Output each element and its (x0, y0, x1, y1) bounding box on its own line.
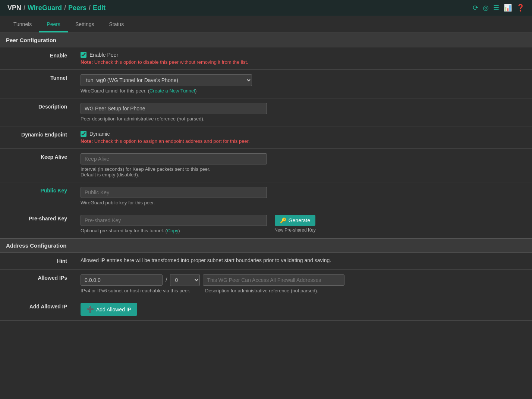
breadcrumb-wireguard[interactable]: WireGuard (28, 4, 62, 12)
create-tunnel-link[interactable]: Create a New Tunnel (149, 88, 195, 94)
tab-tunnels[interactable]: Tunnels (6, 16, 39, 32)
keep-alive-label: Keep Alive (0, 149, 75, 182)
allowed-ips-help: IPv4 or IPv6 subnet or host reachable vi… (81, 288, 526, 293)
tunnel-label: Tunnel (0, 70, 75, 98)
header-icons: ⟳ ◎ ☰ 📊 ❓ (473, 4, 525, 12)
keep-alive-help: Interval (in seconds) for Keep Alive pac… (81, 166, 526, 177)
new-preshared-label: New Pre-shared Key (274, 227, 316, 233)
key-icon: 🔑 (280, 217, 286, 223)
enable-note: Note: Uncheck this option to disable thi… (81, 59, 526, 65)
add-allowed-ip-label: Add Allowed IP (0, 298, 75, 321)
allowed-ips-help-text: IPv4 or IPv6 subnet or host reachable vi… (81, 288, 190, 293)
tab-settings[interactable]: Settings (68, 16, 102, 32)
breadcrumb-edit[interactable]: Edit (93, 4, 106, 12)
add-allowed-ip-content: ➕ Add Allowed IP (75, 298, 532, 321)
preshared-row-inner: Optional pre-shared key for this tunnel.… (81, 215, 526, 233)
preshared-help-text: Optional pre-shared key for this tunnel.… (81, 228, 167, 233)
public-key-row: Public Key WireGuard public key for this… (0, 182, 532, 210)
keep-alive-row: Keep Alive Interval (in seconds) for Kee… (0, 149, 532, 182)
dynamic-note-prefix: Note: (81, 138, 93, 144)
description-row: Description Peer description for adminis… (0, 98, 532, 126)
description-label: Description (0, 98, 75, 126)
enable-row: Enable Enable Peer Note: Uncheck this op… (0, 47, 532, 70)
preshared-help-suffix: ) (178, 228, 180, 233)
peer-config-header: Peer Configuration (0, 33, 532, 47)
add-allowed-ip-row: Add Allowed IP ➕ Add Allowed IP (0, 298, 532, 321)
public-key-input[interactable] (81, 187, 267, 198)
dynamic-note-text: Uncheck this option to assign an endpoin… (94, 138, 250, 144)
dynamic-endpoint-label: Dynamic Endpoint (0, 126, 75, 149)
breadcrumb-sep1: / (23, 4, 25, 12)
breadcrumb-peers[interactable]: Peers (68, 4, 86, 12)
list-icon[interactable]: ☰ (493, 4, 499, 12)
dynamic-checkbox-label: Dynamic (89, 131, 110, 137)
keep-alive-content: Interval (in seconds) for Keep Alive pac… (75, 149, 532, 182)
tunnel-select[interactable]: tun_wg0 (WG Tunnel for Dave's Phone) (81, 74, 252, 86)
allowed-ips-content: / 0 IPv4 or IPv6 subnet or host reachabl… (75, 270, 532, 298)
slash-separator: / (166, 277, 167, 283)
description-content: Peer description for administrative refe… (75, 98, 532, 126)
help-icon[interactable]: ❓ (516, 4, 525, 12)
public-key-label-link[interactable]: Public Key (40, 188, 67, 194)
peer-config-table: Enable Enable Peer Note: Uncheck this op… (0, 47, 532, 238)
plus-icon: ➕ (86, 306, 94, 313)
enable-checkbox[interactable] (81, 52, 86, 58)
hint-label: Hint (0, 253, 75, 270)
keep-alive-help-line2: Default is empty (disabled). (81, 172, 526, 177)
public-key-label: Public Key (0, 182, 75, 210)
public-key-help: WireGuard public key for this peer. (81, 200, 526, 205)
preshared-left: Optional pre-shared key for this tunnel.… (81, 215, 267, 233)
breadcrumb-vpn: VPN (7, 4, 21, 12)
allowed-ips-label: Allowed IPs (0, 270, 75, 298)
tunnel-content: tun_wg0 (WG Tunnel for Dave's Phone) Wir… (75, 70, 532, 98)
keep-alive-help-line1: Interval (in seconds) for Keep Alive pac… (81, 166, 526, 172)
preshared-key-help: Optional pre-shared key for this tunnel.… (81, 228, 267, 233)
dynamic-checkbox-row: Dynamic (81, 131, 526, 137)
enable-label: Enable (0, 47, 75, 70)
allowed-ips-help-desc: Description for administrative reference… (205, 288, 318, 293)
dynamic-note: Note: Uncheck this option to assign an e… (81, 138, 526, 144)
enable-note-text: Uncheck this option to disable this peer… (94, 59, 248, 65)
chart-icon[interactable]: 📊 (504, 4, 512, 12)
ip-input[interactable] (81, 274, 163, 286)
address-config-header: Address Configuration (0, 238, 532, 253)
add-allowed-ip-button-label: Add Allowed IP (96, 307, 131, 312)
generate-button[interactable]: 🔑 Generate (275, 215, 315, 226)
tab-status[interactable]: Status (101, 16, 131, 32)
tunnel-help-text: WireGuard tunnel for this peer. ( (81, 88, 149, 94)
preshared-key-content: Optional pre-shared key for this tunnel.… (75, 210, 532, 238)
hint-text: Allowed IP entries here will be transfor… (81, 257, 331, 263)
description-input[interactable] (81, 103, 267, 114)
preshared-key-input[interactable] (81, 215, 267, 226)
dynamic-endpoint-content: Dynamic Note: Uncheck this option to ass… (75, 126, 532, 149)
preshared-key-label: Pre-shared Key (0, 210, 75, 238)
dynamic-checkbox[interactable] (81, 131, 86, 137)
nav-tabs: Tunnels Peers Settings Status (0, 16, 532, 33)
top-bar: VPN / WireGuard / Peers / Edit ⟳ ◎ ☰ 📊 ❓ (0, 0, 532, 16)
prefix-select[interactable]: 0 (170, 274, 200, 286)
tunnel-row: Tunnel tun_wg0 (WG Tunnel for Dave's Pho… (0, 70, 532, 98)
public-key-content: WireGuard public key for this peer. (75, 182, 532, 210)
add-allowed-ip-button[interactable]: ➕ Add Allowed IP (81, 303, 137, 316)
circle-icon[interactable]: ◎ (483, 4, 489, 12)
breadcrumb-sep3: / (89, 4, 91, 12)
enable-checkbox-row: Enable Peer (81, 52, 526, 58)
hint-row: Hint Allowed IP entries here will be tra… (0, 253, 532, 270)
allowed-ips-row: Allowed IPs / 0 IPv4 or IPv6 subnet or h… (0, 270, 532, 298)
dynamic-endpoint-row: Dynamic Endpoint Dynamic Note: Uncheck t… (0, 126, 532, 149)
allowed-ips-inputs: / 0 (81, 274, 526, 286)
enable-note-prefix: Note: (81, 59, 93, 65)
enable-content: Enable Peer Note: Uncheck this option to… (75, 47, 532, 70)
enable-checkbox-label: Enable Peer (89, 52, 118, 58)
address-config-table: Hint Allowed IP entries here will be tra… (0, 253, 532, 321)
main-content: Peer Configuration Enable Enable Peer No… (0, 33, 532, 321)
preshared-copy-link[interactable]: Copy (167, 228, 178, 233)
preshared-key-row: Pre-shared Key Optional pre-shared key f… (0, 210, 532, 238)
breadcrumb-sep2: / (64, 4, 66, 12)
allowed-ips-desc[interactable] (203, 274, 344, 286)
breadcrumb: VPN / WireGuard / Peers / Edit (7, 4, 106, 12)
keep-alive-input[interactable] (81, 153, 267, 164)
tab-peers[interactable]: Peers (39, 16, 68, 32)
refresh-icon[interactable]: ⟳ (473, 4, 478, 12)
description-help: Peer description for administrative refe… (81, 116, 526, 122)
